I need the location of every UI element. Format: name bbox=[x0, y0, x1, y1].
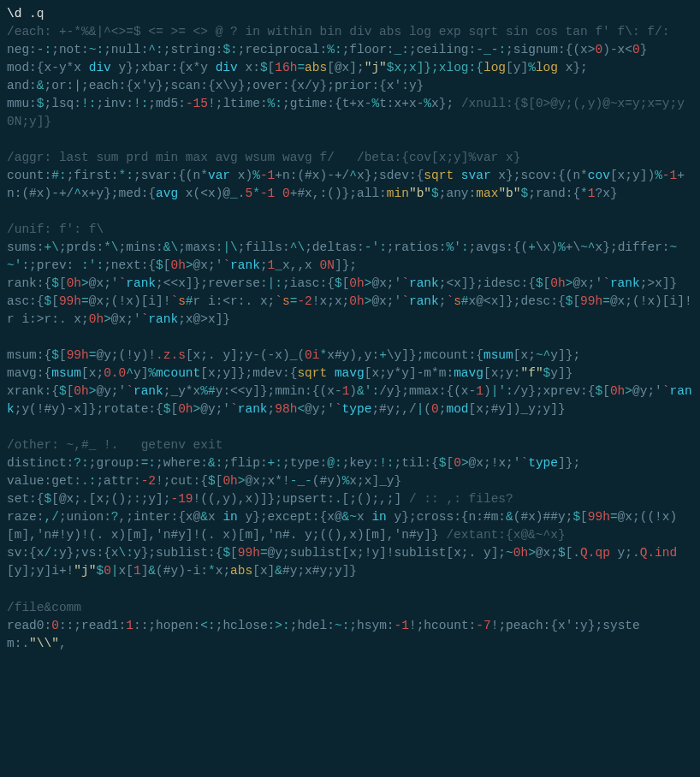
aggr-comment: /aggr: last sum prd min max avg wsum wav… bbox=[7, 151, 520, 164]
filecomm-comment: /file&comm bbox=[7, 601, 81, 614]
prompt: \d bbox=[7, 7, 21, 21]
other-comment: /other: ~,#_ !. getenv exit bbox=[7, 438, 222, 452]
unif-comment: /unif: f': f\ bbox=[7, 222, 104, 236]
each-comment: /each: +-*%&|^<>=$ <= >= <> @ ? in withi… bbox=[7, 25, 669, 39]
terminal-output: \d .q /each: +-*%&|^<>=$ <= >= <> @ ? in… bbox=[7, 5, 693, 653]
